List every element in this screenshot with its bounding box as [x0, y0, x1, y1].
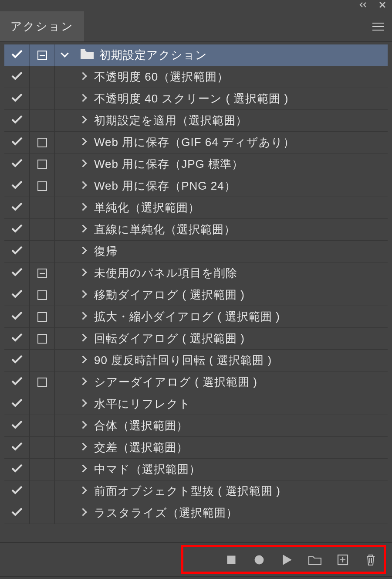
action-row[interactable]: 中マド（選択範囲） — [4, 459, 388, 480]
record-button[interactable] — [253, 553, 266, 566]
dialog-column[interactable] — [30, 219, 55, 240]
toggle-column[interactable] — [4, 262, 30, 284]
action-row[interactable]: 交差（選択範囲） — [4, 437, 388, 459]
action-row[interactable]: 水平にリフレクト — [4, 393, 388, 415]
toggle-column[interactable] — [4, 480, 30, 502]
action-row[interactable]: Web 用に保存（JPG 標準） — [4, 153, 388, 175]
toggle-column[interactable] — [4, 110, 30, 131]
toggle-column[interactable] — [4, 350, 30, 371]
toggle-column[interactable] — [4, 284, 30, 306]
expand-toggle[interactable] — [55, 437, 92, 458]
dialog-column[interactable] — [30, 44, 55, 66]
toggle-column[interactable] — [4, 66, 30, 88]
toggle-column[interactable] — [4, 437, 30, 458]
dialog-column[interactable] — [30, 437, 55, 458]
expand-toggle[interactable] — [55, 350, 92, 371]
expand-toggle[interactable] — [55, 88, 92, 109]
expand-toggle[interactable] — [55, 284, 92, 306]
dialog-column[interactable] — [30, 306, 55, 327]
toggle-column[interactable] — [4, 44, 30, 66]
new-set-button[interactable] — [308, 553, 321, 566]
expand-toggle[interactable] — [55, 66, 92, 88]
action-row[interactable]: 前面オブジェクト型抜 ( 選択範囲 ) — [4, 480, 388, 502]
panel-menu-button[interactable] — [368, 17, 388, 36]
expand-toggle[interactable] — [55, 262, 92, 284]
action-row[interactable]: 不透明度 40 スクリーン ( 選択範囲 ) — [4, 88, 388, 110]
toggle-column[interactable] — [4, 371, 30, 393]
dialog-column[interactable] — [30, 197, 55, 218]
panel-resize-strip[interactable] — [0, 576, 392, 579]
action-row[interactable]: ラスタライズ（選択範囲） — [4, 502, 388, 524]
dialog-column[interactable] — [30, 502, 55, 524]
expand-toggle[interactable] — [55, 241, 92, 262]
toggle-column[interactable] — [4, 241, 30, 262]
dialog-column[interactable] — [30, 328, 55, 349]
dialog-column[interactable] — [30, 371, 55, 393]
close-icon[interactable] — [379, 1, 386, 10]
expand-toggle[interactable] — [55, 153, 92, 175]
toggle-column[interactable] — [4, 393, 30, 415]
new-action-button[interactable] — [336, 553, 349, 566]
tab-actions[interactable]: アクション — [0, 11, 84, 41]
toggle-column[interactable] — [4, 153, 30, 175]
expand-toggle[interactable] — [55, 328, 92, 349]
action-set-row[interactable]: 初期設定アクション — [4, 44, 388, 66]
dialog-column[interactable] — [30, 66, 55, 88]
toggle-column[interactable] — [4, 197, 30, 218]
dialog-column[interactable] — [30, 241, 55, 262]
expand-toggle[interactable] — [55, 219, 92, 240]
stop-button[interactable] — [225, 553, 238, 566]
toggle-column[interactable] — [4, 88, 30, 109]
action-row[interactable]: 回転ダイアログ ( 選択範囲 ) — [4, 328, 388, 350]
action-row[interactable]: 未使用のパネル項目を削除 — [4, 262, 388, 284]
action-row[interactable]: 拡大・縮小ダイアログ ( 選択範囲 ) — [4, 306, 388, 328]
dialog-column[interactable] — [30, 132, 55, 153]
action-row[interactable]: 復帰 — [4, 241, 388, 262]
expand-toggle[interactable] — [55, 197, 92, 218]
toggle-column[interactable] — [4, 328, 30, 349]
dialog-column[interactable] — [30, 175, 55, 197]
expand-toggle[interactable] — [55, 459, 92, 480]
toggle-column[interactable] — [4, 219, 30, 240]
dialog-column[interactable] — [30, 393, 55, 415]
expand-toggle[interactable] — [55, 44, 77, 66]
expand-toggle[interactable] — [55, 480, 92, 502]
action-row[interactable]: Web 用に保存（GIF 64 ディザあり） — [4, 132, 388, 153]
dialog-column[interactable] — [30, 110, 55, 131]
dialog-column[interactable] — [30, 459, 55, 480]
dialog-column[interactable] — [30, 262, 55, 284]
action-row[interactable]: シアーダイアログ ( 選択範囲 ) — [4, 371, 388, 393]
expand-toggle[interactable] — [55, 306, 92, 327]
expand-toggle[interactable] — [55, 132, 92, 153]
expand-toggle[interactable] — [55, 175, 92, 197]
toggle-column[interactable] — [4, 459, 30, 480]
expand-toggle[interactable] — [55, 393, 92, 415]
action-row[interactable]: 合体（選択範囲） — [4, 415, 388, 437]
play-button[interactable] — [280, 553, 294, 566]
expand-toggle[interactable] — [55, 110, 92, 131]
action-row[interactable]: 不透明度 60（選択範囲） — [4, 66, 388, 88]
expand-toggle[interactable] — [55, 415, 92, 436]
action-row[interactable]: 直線に単純化（選択範囲） — [4, 219, 388, 241]
toggle-column[interactable] — [4, 175, 30, 197]
action-row[interactable]: 90 度反時計回り回転 ( 選択範囲 ) — [4, 350, 388, 371]
dialog-column[interactable] — [30, 153, 55, 175]
check-icon — [11, 419, 23, 433]
dialog-column[interactable] — [30, 480, 55, 502]
expand-toggle[interactable] — [55, 502, 92, 524]
dialog-column[interactable] — [30, 350, 55, 371]
toggle-column[interactable] — [4, 502, 30, 524]
action-row[interactable]: 移動ダイアログ ( 選択範囲 ) — [4, 284, 388, 306]
delete-button[interactable] — [364, 553, 377, 566]
toggle-column[interactable] — [4, 306, 30, 327]
dialog-column[interactable] — [30, 415, 55, 436]
action-row[interactable]: Web 用に保存（PNG 24） — [4, 175, 388, 197]
action-row[interactable]: 初期設定を適用（選択範囲） — [4, 110, 388, 132]
dialog-column[interactable] — [30, 284, 55, 306]
dialog-column[interactable] — [30, 88, 55, 109]
toggle-column[interactable] — [4, 415, 30, 436]
toggle-column[interactable] — [4, 132, 30, 153]
collapse-icon[interactable] — [359, 2, 368, 10]
action-row[interactable]: 単純化（選択範囲） — [4, 197, 388, 219]
expand-toggle[interactable] — [55, 371, 92, 393]
